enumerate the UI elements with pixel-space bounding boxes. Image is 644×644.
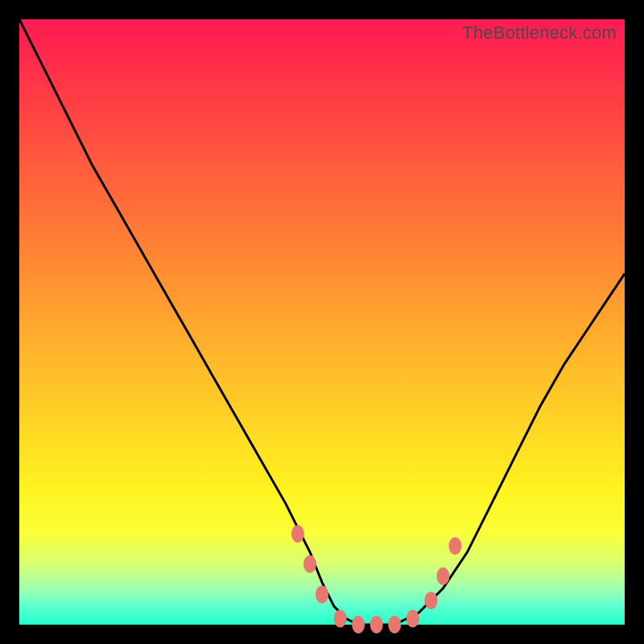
curve-marker [436, 568, 449, 585]
curve-marker [291, 525, 304, 543]
curve-marker [388, 616, 401, 634]
curve-marker [370, 616, 383, 634]
curve-path [19, 19, 625, 625]
curve-marker [334, 610, 347, 628]
curve-marker [407, 610, 419, 628]
curve-marker [352, 616, 365, 634]
curve-marker [303, 555, 316, 573]
curve-marker [316, 585, 328, 603]
bottleneck-curve [19, 19, 625, 625]
curve-marker [424, 592, 437, 609]
curve-markers [291, 525, 462, 634]
curve-marker [448, 537, 461, 555]
chart-frame: TheBottleneck.com [0, 0, 644, 644]
chart-plot-area: TheBottleneck.com [19, 19, 625, 625]
